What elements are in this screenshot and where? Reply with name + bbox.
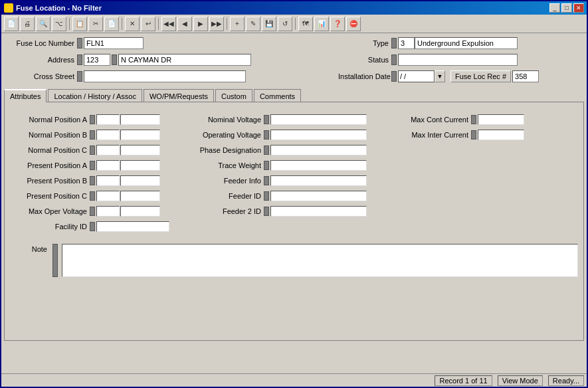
- installation-date-dropdown: ▼: [398, 70, 445, 82]
- max-cont-current-row: Max Cont Current: [398, 113, 544, 126]
- tab-strip: Attributes Location / History / Assoc WO…: [4, 88, 584, 102]
- normal-position-b-input[interactable]: [96, 130, 120, 140]
- fuse-loc-indicator: [77, 38, 82, 48]
- first-button[interactable]: ◀◀: [161, 17, 176, 31]
- tab-custom[interactable]: Custom: [215, 89, 252, 102]
- delete-button[interactable]: ✕: [125, 17, 140, 31]
- nominal-voltage-input[interactable]: [270, 114, 367, 125]
- max-cont-current-input[interactable]: [478, 114, 524, 125]
- normal-pos-b-indicator: [90, 130, 95, 140]
- normal-position-c-label: Normal Position C: [10, 146, 90, 154]
- undo-button[interactable]: ↩: [141, 17, 155, 31]
- phase-designation-label: Phase Designation: [191, 146, 264, 154]
- fuse-loc-number-input[interactable]: [84, 37, 144, 49]
- left-column: Normal Position A Normal Position B: [10, 113, 183, 233]
- feeder-info-input[interactable]: [270, 175, 367, 186]
- tab-location[interactable]: Location / History / Assoc: [48, 89, 142, 102]
- type-row: Type: [338, 36, 584, 50]
- feeder-2-id-indicator: [264, 207, 269, 216]
- normal-position-a-input[interactable]: [96, 114, 120, 125]
- cut-button[interactable]: ✂: [88, 17, 103, 31]
- new-button[interactable]: 📄: [4, 17, 19, 31]
- present-position-a-input2[interactable]: [120, 160, 160, 171]
- operating-voltage-row: Operating Voltage: [191, 128, 390, 142]
- present-position-a-row: Present Position A: [10, 159, 183, 172]
- facility-id-input[interactable]: [96, 221, 169, 232]
- present-position-a-input[interactable]: [96, 160, 120, 171]
- type-label: Type: [338, 39, 391, 47]
- prev-button[interactable]: ◀: [177, 17, 192, 31]
- app-icon: ⚡: [4, 3, 13, 13]
- present-position-b-input[interactable]: [96, 175, 120, 186]
- normal-position-a-label: Normal Position A: [10, 116, 90, 124]
- feeder-2-id-input[interactable]: [270, 206, 367, 217]
- address-indicator: [77, 54, 82, 65]
- type-value-input[interactable]: [415, 37, 518, 49]
- window-frame: ⚡ Fuse Location - No Filter _ □ ✕ 📄 🖨 🔍 …: [0, 0, 588, 388]
- type-indicator: [391, 38, 397, 48]
- copy-button[interactable]: 📋: [72, 17, 87, 31]
- tab-attributes[interactable]: Attributes: [4, 89, 47, 102]
- trace-weight-indicator: [264, 161, 269, 170]
- max-inter-current-input[interactable]: [478, 130, 524, 140]
- sep2: [122, 18, 122, 30]
- print-button[interactable]: 🖨: [20, 17, 35, 31]
- cross-street-input[interactable]: [84, 70, 246, 82]
- feeder-2-id-label: Feeder 2 ID: [191, 207, 264, 215]
- address-street-indicator: [112, 54, 117, 65]
- note-input[interactable]: [62, 244, 578, 277]
- installation-date-dropdown-btn[interactable]: ▼: [435, 70, 445, 82]
- tab-comments[interactable]: Comments: [254, 89, 301, 102]
- stop-button[interactable]: ⛔: [346, 17, 361, 31]
- present-position-b-input2[interactable]: [120, 175, 160, 186]
- type-code-input[interactable]: [398, 37, 415, 49]
- record-panel: Record 1 of 11: [435, 375, 492, 386]
- fuse-loc-rec-label: Fuse Loc Rec #: [455, 72, 506, 80]
- title-bar: ⚡ Fuse Location - No Filter _ □ ✕: [1, 1, 587, 15]
- next-button[interactable]: ▶: [193, 17, 208, 31]
- minimize-button[interactable]: _: [549, 3, 560, 13]
- normal-position-c-input[interactable]: [96, 145, 120, 155]
- fuse-loc-rec-button[interactable]: Fuse Loc Rec #: [450, 70, 511, 82]
- right-column: Max Cont Current Max Inter Current: [398, 113, 544, 233]
- address-number-input[interactable]: [84, 54, 110, 66]
- present-position-c-input[interactable]: [96, 191, 120, 201]
- present-position-b-label: Present Position B: [10, 177, 90, 185]
- fuse-loc-rec-input[interactable]: [512, 70, 539, 82]
- tab-content-area: Normal Position A Normal Position B: [4, 102, 584, 341]
- save-button[interactable]: 💾: [262, 17, 276, 31]
- max-oper-voltage-input2[interactable]: [120, 206, 160, 217]
- edit-button[interactable]: ✎: [246, 17, 260, 31]
- normal-position-c-input2[interactable]: [120, 145, 160, 155]
- facility-id-indicator: [90, 222, 95, 231]
- installation-date-input[interactable]: [398, 70, 435, 82]
- normal-position-a-input2[interactable]: [120, 114, 160, 125]
- present-position-c-input2[interactable]: [120, 191, 160, 201]
- max-oper-voltage-input[interactable]: [96, 206, 120, 217]
- normal-pos-c-indicator: [90, 146, 95, 155]
- refresh-button[interactable]: ↺: [278, 17, 292, 31]
- title-bar-left: ⚡ Fuse Location - No Filter: [4, 3, 102, 13]
- tab-wo[interactable]: WO/PM/Requests: [144, 89, 214, 102]
- last-button[interactable]: ▶▶: [209, 17, 224, 31]
- phase-designation-row: Phase Designation: [191, 144, 390, 157]
- address-street-input[interactable]: [118, 54, 251, 66]
- operating-voltage-input[interactable]: [270, 130, 367, 140]
- maximize-button[interactable]: □: [561, 3, 572, 13]
- middle-column: Nominal Voltage Operating Voltage Phase …: [191, 113, 390, 233]
- search-button[interactable]: 🔍: [36, 17, 50, 31]
- trace-weight-input[interactable]: [270, 160, 367, 171]
- add-button[interactable]: +: [230, 17, 245, 31]
- phase-designation-input[interactable]: [270, 145, 367, 155]
- status-input[interactable]: [398, 54, 518, 66]
- filter-button[interactable]: ⌥: [52, 17, 66, 31]
- phase-designation-indicator: [264, 146, 269, 155]
- close-button[interactable]: ✕: [573, 3, 584, 13]
- status-indicator: [391, 54, 397, 65]
- help-button[interactable]: ❓: [330, 17, 345, 31]
- feeder-id-input[interactable]: [270, 191, 367, 201]
- map-button[interactable]: 🗺: [298, 17, 313, 31]
- report-button[interactable]: 📊: [314, 17, 329, 31]
- normal-position-b-input2[interactable]: [120, 130, 160, 140]
- paste-button[interactable]: 📄: [104, 17, 119, 31]
